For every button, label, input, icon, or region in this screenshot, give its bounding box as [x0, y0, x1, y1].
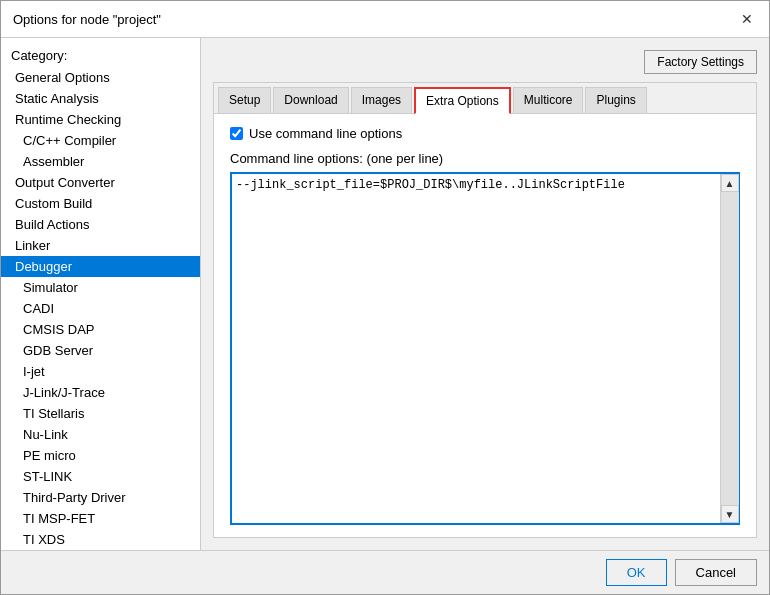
tab-setup[interactable]: Setup: [218, 87, 271, 113]
main-area: Factory Settings SetupDownloadImagesExtr…: [201, 38, 769, 550]
sidebar-item-runtime-checking[interactable]: Runtime Checking: [1, 109, 200, 130]
sidebar-item-ti-msp-fet[interactable]: TI MSP-FET: [1, 508, 200, 529]
tab-content-extra-options: Use command line options Command line op…: [214, 114, 756, 537]
cmd-textarea[interactable]: [232, 174, 738, 523]
sidebar-item-gdb-server[interactable]: GDB Server: [1, 340, 200, 361]
sidebar-item-pe-micro[interactable]: PE micro: [1, 445, 200, 466]
scroll-track: [721, 192, 739, 505]
sidebar-item-nu-link[interactable]: Nu-Link: [1, 424, 200, 445]
sidebar-item-cpp-compiler[interactable]: C/C++ Compiler: [1, 130, 200, 151]
cmd-options-label: Command line options: (one per line): [230, 151, 740, 166]
close-button[interactable]: ✕: [737, 9, 757, 29]
factory-settings-row: Factory Settings: [213, 50, 757, 74]
tabs-bar: SetupDownloadImagesExtra OptionsMulticor…: [214, 83, 756, 114]
sidebar-item-j-link[interactable]: J-Link/J-Trace: [1, 382, 200, 403]
ok-button[interactable]: OK: [606, 559, 667, 586]
cmd-textarea-wrapper: ▲ ▼: [230, 172, 740, 525]
sidebar-item-custom-build[interactable]: Custom Build: [1, 193, 200, 214]
sidebar-item-debugger[interactable]: Debugger: [1, 256, 200, 277]
use-cmdline-checkbox[interactable]: [230, 127, 243, 140]
sidebar-item-third-party[interactable]: Third-Party Driver: [1, 487, 200, 508]
sidebar: Category: General OptionsStatic Analysis…: [1, 38, 201, 550]
dialog-window: Options for node "project" ✕ Category: G…: [0, 0, 770, 595]
tab-images[interactable]: Images: [351, 87, 412, 113]
sidebar-item-cadi[interactable]: CADI: [1, 298, 200, 319]
sidebar-item-cmsis-dap[interactable]: CMSIS DAP: [1, 319, 200, 340]
sidebar-item-assembler[interactable]: Assembler: [1, 151, 200, 172]
use-cmdline-row: Use command line options: [230, 126, 740, 141]
category-label: Category:: [1, 42, 200, 67]
sidebar-item-general-options[interactable]: General Options: [1, 67, 200, 88]
scroll-up-arrow[interactable]: ▲: [721, 174, 739, 192]
sidebar-item-ti-stellaris[interactable]: TI Stellaris: [1, 403, 200, 424]
sidebar-item-linker[interactable]: Linker: [1, 235, 200, 256]
tab-extra-options[interactable]: Extra Options: [414, 87, 511, 114]
dialog-body: Category: General OptionsStatic Analysis…: [1, 38, 769, 550]
vertical-scrollbar[interactable]: ▲ ▼: [720, 174, 738, 523]
title-bar: Options for node "project" ✕: [1, 1, 769, 38]
cancel-button[interactable]: Cancel: [675, 559, 757, 586]
scroll-down-arrow[interactable]: ▼: [721, 505, 739, 523]
use-cmdline-label: Use command line options: [249, 126, 402, 141]
dialog-footer: OK Cancel: [1, 550, 769, 594]
sidebar-item-simulator[interactable]: Simulator: [1, 277, 200, 298]
tab-download[interactable]: Download: [273, 87, 348, 113]
tab-plugins[interactable]: Plugins: [585, 87, 646, 113]
tab-multicore[interactable]: Multicore: [513, 87, 584, 113]
dialog-title: Options for node "project": [13, 12, 161, 27]
factory-settings-button[interactable]: Factory Settings: [644, 50, 757, 74]
sidebar-item-st-link[interactable]: ST-LINK: [1, 466, 200, 487]
content-panel: SetupDownloadImagesExtra OptionsMulticor…: [213, 82, 757, 538]
sidebar-item-static-analysis[interactable]: Static Analysis: [1, 88, 200, 109]
sidebar-item-i-jet[interactable]: I-jet: [1, 361, 200, 382]
sidebar-item-output-converter[interactable]: Output Converter: [1, 172, 200, 193]
sidebar-item-build-actions[interactable]: Build Actions: [1, 214, 200, 235]
sidebar-item-ti-xds[interactable]: TI XDS: [1, 529, 200, 550]
